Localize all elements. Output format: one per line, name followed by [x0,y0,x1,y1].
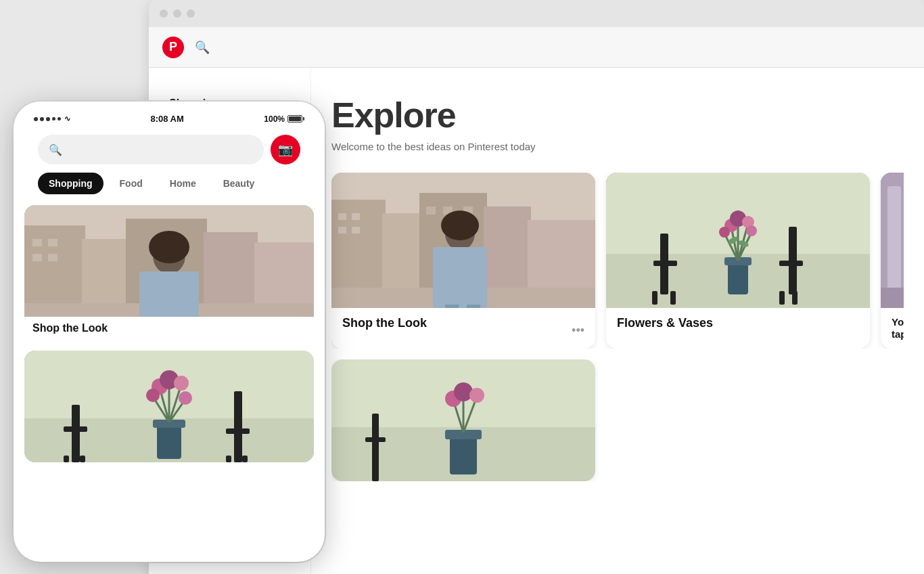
svg-rect-71 [48,239,57,246]
phone-camera-button[interactable]: 📷 [271,135,300,164]
device-top-bar [149,0,924,27]
card-image-flowers [606,173,870,308]
svg-rect-29 [779,291,785,305]
phone-card-flowers[interactable] [24,351,314,462]
phone-tab-beauty[interactable]: Beauty [212,173,266,194]
svg-rect-26 [670,291,676,305]
svg-rect-25 [652,291,657,305]
svg-rect-80 [72,405,80,462]
signal-dot-4 [52,117,55,120]
svg-rect-55 [450,434,477,474]
phone-device: ∿ 8:08 AM 100% 🔍 📷 [14,102,325,562]
svg-rect-24 [653,261,677,266]
phone-status-bar: ∿ 8:08 AM 100% [27,108,311,129]
card-body-shopping: Shop the Look [331,308,595,338]
phone-card-image-shopping [24,205,314,317]
svg-rect-54 [365,437,386,442]
svg-rect-17 [445,305,459,308]
svg-rect-73 [48,254,57,261]
battery-percent: 100% [264,114,285,124]
battery-tip [303,117,304,120]
search-icon[interactable]: 🔍 [195,40,210,55]
card-second-row-image [331,359,595,481]
svg-point-42 [746,225,757,236]
signal-dot-2 [40,117,44,121]
partial-image-svg [881,173,904,308]
card-partial-right[interactable]: Your nex tap AWA [881,173,904,349]
wifi-icon: ∿ [64,114,70,123]
partial-card-title: Your nex tap AWA [892,316,904,340]
svg-rect-28 [779,261,803,266]
svg-point-41 [719,227,730,238]
svg-point-99 [179,391,192,405]
svg-rect-87 [242,456,248,462]
svg-point-97 [174,376,189,391]
explore-title: Explore [331,95,904,135]
svg-rect-76 [139,271,199,317]
svg-rect-50 [881,288,904,308]
phone-search-area: 🔍 📷 [27,129,311,170]
cards-second-row [331,359,904,481]
cards-container: Shop the Look ••• [331,173,904,349]
card-shop-the-look[interactable]: Shop the Look ••• [331,173,595,349]
phone-tab-shopping[interactable]: Shopping [38,173,103,194]
partial-card-body: Your nex tap AWA [881,308,904,349]
svg-rect-10 [352,227,360,234]
flowers-scene-svg [606,173,870,308]
status-time: 8:08 AM [150,114,183,124]
svg-rect-70 [32,239,42,246]
svg-point-98 [146,389,160,402]
phone-tabs: Shopping Food Home Beauty [27,170,311,197]
battery-body [287,115,302,123]
card-title-flowers: Flowers & Vases [617,316,713,330]
phone-card-shopping[interactable]: Shop the Look [24,205,314,343]
svg-point-19 [441,211,479,240]
phone-tab-home[interactable]: Home [159,173,207,194]
second-row-svg [331,359,595,481]
svg-rect-23 [660,234,668,261]
explore-subtitle: Welcome to the best ideas on Pinterest t… [331,141,904,152]
phone-flowers-svg [24,351,314,462]
svg-rect-7 [338,213,346,220]
svg-point-62 [469,388,484,403]
status-signal: ∿ [34,114,70,123]
svg-point-77 [149,231,189,263]
svg-rect-11 [426,206,436,215]
svg-rect-82 [64,456,69,462]
pinterest-logo-char: P [169,40,177,54]
card-second-row-1[interactable] [331,359,595,481]
camera-icon: 📷 [278,142,293,157]
phone-shopping-svg [24,205,314,317]
partial-card-image [881,173,904,308]
building-background-svg [331,173,595,308]
svg-rect-84 [234,391,242,462]
card-flowers[interactable]: Flowers & Vases [606,173,870,349]
svg-rect-53 [372,414,379,481]
device-dot-3 [187,9,195,18]
card-image-shopping [331,173,595,308]
signal-dot-1 [34,117,38,121]
phone-tab-food[interactable]: Food [109,173,154,194]
svg-rect-8 [352,213,360,220]
phone-search-icon: 🔍 [49,144,62,156]
signal-dot-5 [57,117,61,120]
svg-point-61 [454,382,473,401]
svg-rect-31 [728,261,748,294]
svg-rect-9 [338,227,346,234]
battery-fill [289,116,301,121]
card-title-shopping: Shop the Look [342,316,427,330]
phone-search-bar[interactable]: 🔍 [38,135,264,164]
battery-icon [287,115,304,123]
svg-rect-30 [792,291,798,305]
phone-content: Shop the Look [14,197,325,479]
svg-rect-72 [32,254,42,261]
svg-rect-88 [157,424,181,459]
device-dot-1 [160,9,168,18]
svg-rect-81 [64,426,87,432]
svg-rect-85 [226,428,250,434]
phone-card-image-flowers [24,351,314,462]
phone-card-title-shopping: Shop the Look [32,322,108,334]
card-more-options[interactable]: ••• [572,324,584,338]
pinterest-logo[interactable]: P [162,37,184,58]
svg-rect-16 [433,247,487,308]
